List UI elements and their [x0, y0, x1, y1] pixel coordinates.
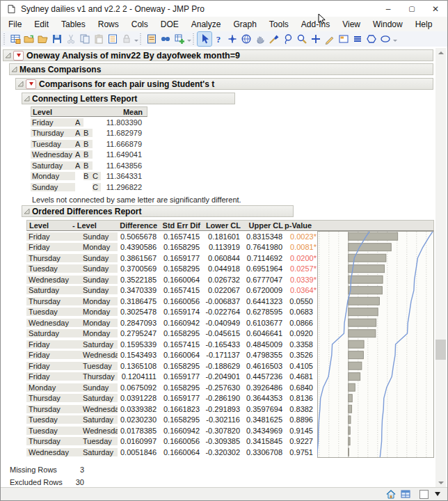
toolbar-lasso-tool-icon[interactable]	[281, 32, 295, 46]
close-button[interactable]: ✕	[424, 1, 447, 17]
menu-doe[interactable]: DOE	[154, 18, 185, 31]
menu-tools[interactable]: Tools	[263, 18, 295, 31]
menu-window[interactable]: Window	[367, 18, 409, 31]
toolbar-plus-tool-icon[interactable]	[309, 32, 323, 46]
toolbar-oval-tool-icon[interactable]	[378, 32, 392, 46]
menu-file[interactable]: File	[2, 18, 28, 31]
table-row[interactable]: TuesdaySunday0.37005690.16582950.0449180…	[26, 264, 318, 275]
table-row[interactable]: TuesdayWednesday0.01783850.1660942-0.307…	[26, 425, 318, 436]
p-value-cell: 0.0920	[284, 329, 318, 337]
toolbar-globe-tool-icon[interactable]	[239, 32, 253, 46]
collapse-triangle-icon[interactable]	[24, 95, 30, 102]
toolbar-copy-icon[interactable]	[78, 32, 92, 46]
table-row[interactable]: FridayMonday0.43905860.16582950.1139190.…	[26, 242, 318, 253]
toolbar-group-handle[interactable]	[140, 33, 143, 45]
toolbar-overflow-icon[interactable]	[134, 34, 138, 44]
toolbar-polygon-tool-icon[interactable]	[365, 32, 378, 46]
toolbar-find-icon[interactable]	[159, 32, 173, 46]
vertical-scrollbar[interactable]	[435, 48, 446, 487]
outline-header-connecting-letters[interactable]: Connecting Letters Report	[22, 93, 235, 104]
menu-analyze[interactable]: Analyze	[185, 18, 227, 31]
toolbar-overflow-icon[interactable]	[392, 34, 397, 44]
toolbar-arrow-tool-icon[interactable]	[198, 32, 211, 46]
maximize-button[interactable]: ▢	[400, 1, 424, 17]
toolbar-help-tool-icon[interactable]: ?	[211, 32, 225, 46]
table-row[interactable]: ThursdayTuesday0.01609970.1660056-0.3093…	[26, 436, 318, 447]
outline-header-ordered-differences[interactable]: Ordered Differences Report	[22, 205, 294, 217]
toolbar-open-folder-icon[interactable]	[36, 32, 50, 46]
toolbar-open-icon[interactable]	[22, 32, 36, 46]
menu-addins[interactable]: Add-Ins	[295, 18, 336, 31]
table-row[interactable]: SaturdaySunday0.34703390.16574150.022067…	[26, 285, 318, 296]
minimize-button[interactable]: –	[376, 1, 400, 17]
scrollbar-thumb[interactable]	[435, 340, 446, 360]
menu-cols[interactable]: Cols	[125, 18, 154, 31]
table-row[interactable]: WednesdaySunday0.35221850.16600640.02673…	[26, 274, 318, 285]
scroll-up-icon[interactable]	[435, 48, 446, 57]
dropdown-arrow-icon[interactable]	[435, 492, 440, 496]
toolbar-pencil-tool-icon[interactable]	[323, 32, 337, 46]
outline-header-student-t[interactable]: Comparisons for each pair using Student'…	[15, 78, 433, 90]
toolbar-hand-tool-icon[interactable]	[253, 32, 267, 46]
table-row[interactable]: SaturdayAB11.643856	[31, 160, 147, 171]
status-checkbox[interactable]	[419, 490, 429, 499]
collapse-triangle-icon[interactable]	[17, 81, 24, 87]
table-row[interactable]: SaturdayMonday0.27952470.1658295-0.04561…	[26, 328, 318, 340]
home-icon[interactable]	[386, 490, 396, 499]
toolbar-annotate-tool-icon[interactable]	[337, 32, 351, 46]
table-row[interactable]: ThursdaySaturday0.03912280.1659177-0.286…	[26, 393, 318, 404]
p-value-cell: 0.0866	[284, 319, 318, 327]
toolbar-cut-icon[interactable]	[64, 32, 78, 46]
menu-edit[interactable]: Edit	[28, 18, 55, 31]
table-row[interactable]: FridayA11.803390	[31, 117, 147, 128]
red-triangle-menu-icon[interactable]	[13, 51, 24, 61]
column-header-uppercl: Upper CL	[242, 221, 285, 230]
table-row[interactable]: FridayTuesday0.13651080.1658295-0.188629…	[26, 360, 318, 372]
table-row[interactable]: WednesdayAB11.649041	[31, 150, 147, 161]
table-row[interactable]: ThursdayWednesday0.03393820.1661823-0.29…	[26, 404, 318, 415]
ordered-differences-chart[interactable]	[317, 231, 434, 458]
table-row[interactable]: MondaySunday0.06750920.1658295-0.2576300…	[26, 382, 318, 393]
toolbar-magnifier-tool-icon[interactable]	[295, 32, 309, 46]
toolbar-line-tool-icon[interactable]	[351, 32, 365, 46]
table-row[interactable]: ThursdaySunday0.38615670.16591770.060844…	[26, 253, 318, 264]
menu-rows[interactable]: Rows	[92, 18, 125, 31]
collapse-triangle-icon[interactable]	[24, 208, 30, 214]
outline-header-oneway[interactable]: Oneway Analysis of minv22 By dayofweek m…	[3, 49, 433, 61]
table-row[interactable]: ThursdayMonday0.31864750.1660056-0.00683…	[26, 296, 318, 307]
red-triangle-menu-icon[interactable]	[26, 79, 36, 89]
collapse-triangle-icon[interactable]	[11, 66, 17, 72]
toolbar-new-journal-icon[interactable]	[145, 32, 159, 46]
menu-view[interactable]: View	[336, 18, 367, 31]
toolbar-crosshair-tool-icon[interactable]	[225, 32, 239, 46]
toolbar-brush-tool-icon[interactable]	[267, 32, 281, 46]
table-row[interactable]: TuesdayMonday0.30254780.1659174-0.022764…	[26, 307, 318, 318]
window-icon[interactable]	[401, 490, 410, 498]
table-row[interactable]: WednesdayMonday0.28470930.1660942-0.0409…	[26, 317, 318, 328]
table-row[interactable]: FridaySunday0.50656780.16574150.1816010.…	[26, 231, 318, 242]
table-row[interactable]: SundayC11.296822	[31, 182, 147, 193]
collapse-triangle-icon[interactable]	[5, 52, 11, 58]
table-row[interactable]: FridaySaturday0.15953390.1657415-0.16543…	[26, 339, 318, 350]
scroll-down-icon[interactable]	[435, 478, 446, 487]
table-row[interactable]: TuesdayAB11.666879	[31, 138, 147, 150]
table-row[interactable]: WednesdaySaturday0.00518460.1660064-0.32…	[26, 447, 318, 458]
menu-tables[interactable]: Tables	[55, 18, 92, 31]
table-row[interactable]: TuesdaySaturday0.02302300.1658295-0.3021…	[26, 415, 318, 426]
toolbar-add-data-icon[interactable]	[173, 32, 186, 46]
toolbar-new-data-table-icon[interactable]	[8, 32, 22, 46]
table-row[interactable]: FridayWednesday0.15434930.1660064-0.1711…	[26, 350, 318, 361]
table-row[interactable]: ThursdayAB11.682979	[31, 128, 147, 139]
toolbar-group-handle[interactable]	[193, 33, 196, 45]
toolbar-overflow-icon[interactable]	[186, 34, 191, 44]
toolbar-paste-icon[interactable]	[92, 32, 106, 46]
toolbar-journal-icon[interactable]	[106, 32, 120, 46]
menu-graph[interactable]: Graph	[227, 18, 262, 31]
outline-header-means[interactable]: Means Comparisons	[9, 63, 433, 75]
toolbar-group-handle[interactable]	[3, 33, 7, 45]
table-row[interactable]: MondayBC11.364331	[31, 171, 147, 182]
toolbar-lock-icon[interactable]	[120, 32, 134, 46]
toolbar-save-icon[interactable]	[50, 32, 64, 46]
table-row[interactable]: FridayThursday0.12041110.1659177-0.20490…	[26, 372, 318, 383]
menu-help[interactable]: Help	[409, 18, 439, 31]
